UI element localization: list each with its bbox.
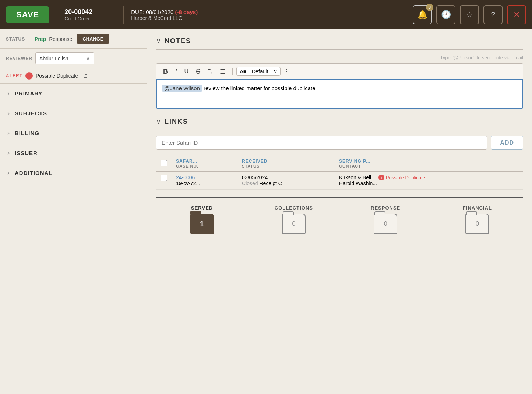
due-days: (-8 days) [175,9,198,15]
star-icon: ☆ [466,10,473,20]
collections-label: COLLECTIONS [275,205,313,211]
list-button[interactable]: ☰ [217,66,229,77]
chevron-right-icon: › [7,129,10,137]
row-checkbox[interactable] [161,175,167,181]
bell-button[interactable]: 🔔 3 [413,5,432,24]
italic-button[interactable]: I [172,67,180,76]
th-received-sub: STATUS [242,164,330,168]
nav-issuer-label: ISSUER [15,150,38,156]
notes-hint: Type "@Person" to send note via email [156,55,523,60]
status-label: STATUS [6,36,32,42]
links-title: LINKS [165,118,188,126]
nav-subjects[interactable]: › SUBJECTS [0,103,147,123]
editor-toolbar: B I U S Tx ☰ A≡ Default ∨ ⋮ [156,63,523,79]
status-response: Response [49,36,72,42]
header-divider2 [123,6,124,24]
links-toggle[interactable]: ∨ [156,117,161,126]
main-layout: STATUS Prep Response CHANGE REVIEWER Abd… [0,29,532,394]
due-info: DUE: 08/01/2020 (-8 days) Harper & McCor… [131,9,198,21]
row-contact-cell: Kirkson & Bell... i Possible Duplicate H… [335,172,523,190]
bell-icon: 🔔 [418,10,427,20]
duplicate-badge: i Possible Duplicate [378,175,425,180]
font-dropdown[interactable]: A≡ Default ∨ [236,67,281,76]
th-safari-sub: CASE NO. [176,164,233,168]
th-safari: SAFAR... CASE NO. [172,156,237,172]
links-input-row: ADD [156,136,523,150]
nav-primary[interactable]: › PRIMARY [0,84,147,103]
financial-count: 0 [476,221,479,227]
nav-issuer[interactable]: › ISSUER [0,143,147,163]
nav-billing-label: BILLING [15,130,39,136]
th-serving: SERVING P... CONTACT [335,156,523,172]
bell-badge: 3 [426,4,433,11]
change-button[interactable]: CHANGE [77,34,109,44]
clear-format-button[interactable]: Tx [205,67,215,76]
alert-label: ALERT [6,73,22,78]
collections-folder[interactable]: 0 [282,214,306,234]
reviewer-name: Abdur Felish [39,56,68,61]
strikethrough-button[interactable]: S [193,66,203,77]
star-button[interactable]: ☆ [460,5,479,24]
stat-financial: FINANCIAL 0 [431,202,523,237]
served-label: SERVED [191,205,213,211]
row-contact2: Harold Washin... [339,180,519,186]
status-prep: Prep [35,36,46,42]
chevron-down-icon: ∨ [86,55,90,62]
links-divider [156,130,523,130]
links-section-header: ∨ LINKS [156,117,523,126]
notes-toggle[interactable]: ∨ [156,37,161,45]
row-received-date: 03/05/2024 [242,175,330,180]
safari-id-input[interactable] [156,136,487,150]
bottom-stats: SERVED 1 COLLECTIONS 0 RESPONSE 0 FINANC… [156,197,523,237]
table-row: 24-0006 19-cv-72... 03/05/2024 Closed Re… [156,172,523,190]
help-button[interactable]: ? [483,5,503,24]
header-icons: 🔔 3 🕐 ☆ ? ✕ [413,5,526,24]
row-contact: Kirkson & Bell... [339,175,376,180]
response-folder[interactable]: 0 [374,214,397,234]
served-count: 1 [200,220,204,228]
right-panel: ∨ NOTES Type "@Person" to send note via … [147,29,532,394]
chevron-right-icon: › [7,89,10,97]
firm-name: Harper & McCord LLC [131,15,198,21]
case-info: 20-00042 Court Order [64,8,116,21]
th-serving-main: SERVING P... [339,159,519,164]
th-safari-main: SAFAR... [176,159,233,164]
served-folder[interactable]: 1 [190,214,214,234]
chevron-right-icon: › [7,149,10,157]
safari-id-link[interactable]: 24-0006 [176,175,233,180]
more-options-button[interactable]: ⋮ [283,67,290,75]
reviewer-dropdown[interactable]: Abdur Felish ∨ [35,52,94,64]
note-editor[interactable]: @Jane Wilson review the linked matter fo… [156,79,523,109]
chevron-right-icon: › [7,109,10,117]
alert-row: ALERT i Possible Duplicate 🖥 [0,68,147,84]
question-icon: ? [491,10,495,20]
stat-served: SERVED 1 [156,202,248,237]
alert-text: Possible Duplicate [36,73,78,79]
row-received-cell: 03/05/2024 Closed Receipt C [237,172,335,190]
left-panel: STATUS Prep Response CHANGE REVIEWER Abd… [0,29,147,394]
stat-collections: COLLECTIONS 0 [248,202,339,237]
nav-additional[interactable]: › ADDITIONAL [0,163,147,183]
clock-button[interactable]: 🕐 [436,5,455,24]
select-all-checkbox[interactable] [161,160,167,166]
clock-icon: 🕐 [441,10,451,20]
mention-tag: @Jane Wilson [162,85,202,92]
nav-billing[interactable]: › BILLING [0,123,147,143]
underline-button[interactable]: U [181,67,191,76]
row-case-no: 19-cv-72... [176,180,233,186]
financial-folder[interactable]: 0 [465,214,489,234]
close-button[interactable]: ✕ [507,5,526,24]
dup-badge-text: Possible Duplicate [386,175,425,180]
bold-button[interactable]: B [160,66,171,77]
close-icon: ✕ [513,10,520,20]
stat-response: RESPONSE 0 [340,202,431,237]
save-button[interactable]: SAVE [6,6,49,23]
links-table: SAFAR... CASE NO. RECEIVED STATUS SERVIN… [156,156,523,190]
reviewer-label: REVIEWER [6,56,32,61]
financial-label: FINANCIAL [463,205,492,211]
row-status2: Receipt C [260,180,282,186]
note-text: review the linked matter for possible du… [202,85,316,91]
status-row: STATUS Prep Response CHANGE [0,29,147,49]
row-check [156,172,172,190]
add-link-button[interactable]: ADD [491,136,523,150]
